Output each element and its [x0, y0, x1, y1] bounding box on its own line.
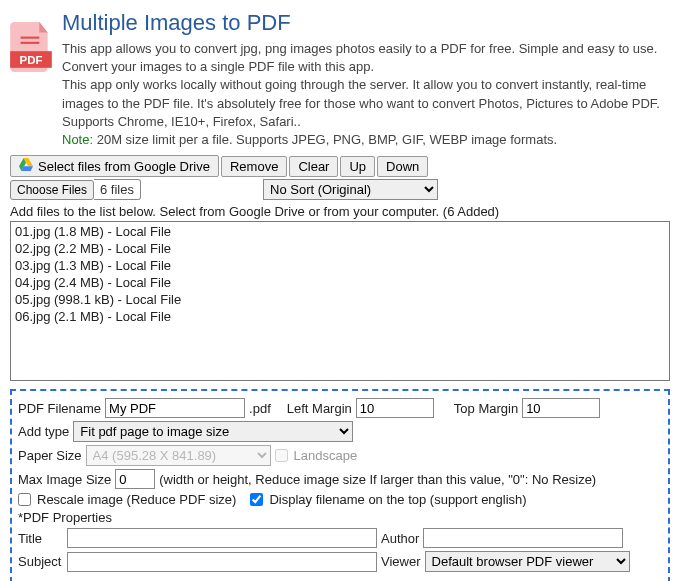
list-item[interactable]: 06.jpg (2.1 MB) - Local File: [15, 309, 665, 326]
title-input[interactable]: [67, 528, 377, 548]
page-title: Multiple Images to PDF: [62, 10, 670, 36]
svg-text:PDF: PDF: [20, 54, 43, 66]
papersize-label: Paper Size: [18, 448, 82, 463]
addtype-label: Add type: [18, 424, 69, 439]
viewer-label: Viewer: [381, 554, 421, 569]
displayfn-checkbox[interactable]: [250, 493, 263, 506]
displayfn-label: Display filename on the top (support eng…: [269, 492, 526, 507]
papersize-select: A4 (595.28 X 841.89): [86, 445, 271, 466]
rescale-label: Rescale image (Reduce PDF size): [37, 492, 236, 507]
list-item[interactable]: 03.jpg (1.3 MB) - Local File: [15, 258, 665, 275]
filename-label: PDF Filename: [18, 401, 101, 416]
landscape-label: Landscape: [294, 448, 358, 463]
file-list[interactable]: 01.jpg (1.8 MB) - Local File 02.jpg (2.2…: [10, 221, 670, 381]
clear-button[interactable]: Clear: [289, 156, 338, 177]
options-panel: PDF Filename .pdf Left Margin Top Margin…: [10, 389, 670, 581]
file-count: 6 files: [94, 179, 141, 200]
author-input[interactable]: [423, 528, 623, 548]
list-item[interactable]: 01.jpg (1.8 MB) - Local File: [15, 224, 665, 241]
instruction-text: Add files to the list below. Select from…: [10, 204, 670, 219]
maximg-label: Max Image Size: [18, 472, 111, 487]
svg-rect-0: [21, 37, 40, 39]
landscape-checkbox: [275, 449, 288, 462]
description-2: This app only works locally without goin…: [62, 77, 660, 128]
list-item[interactable]: 04.jpg (2.4 MB) - Local File: [15, 275, 665, 292]
up-button[interactable]: Up: [340, 156, 375, 177]
left-margin-input[interactable]: [356, 398, 434, 418]
list-item[interactable]: 05.jpg (998.1 kB) - Local File: [15, 292, 665, 309]
gdrive-icon: [19, 158, 33, 174]
author-label: Author: [381, 531, 419, 546]
props-label: *PDF Properties: [18, 510, 112, 525]
subject-input[interactable]: [67, 552, 377, 572]
maximg-hint: (width or height, Reduce image size If l…: [159, 472, 596, 487]
choose-files-button[interactable]: Choose Files: [10, 180, 94, 200]
title-label: Title: [18, 531, 63, 546]
note-label: Note:: [62, 132, 93, 147]
list-item[interactable]: 02.jpg (2.2 MB) - Local File: [15, 241, 665, 258]
filename-ext: .pdf: [249, 401, 271, 416]
addtype-select[interactable]: Fit pdf page to image size: [73, 421, 353, 442]
select-google-drive-button[interactable]: Select files from Google Drive: [10, 155, 219, 177]
filename-input[interactable]: [105, 398, 245, 418]
description-1: This app allows you to convert jpg, png …: [62, 41, 657, 74]
sort-select[interactable]: No Sort (Original): [263, 179, 438, 200]
left-margin-label: Left Margin: [287, 401, 352, 416]
pdf-icon: PDF: [10, 22, 52, 149]
svg-rect-1: [21, 42, 40, 44]
top-margin-input[interactable]: [522, 398, 600, 418]
top-margin-label: Top Margin: [454, 401, 518, 416]
subject-label: Subject: [18, 554, 63, 569]
rescale-checkbox[interactable]: [18, 493, 31, 506]
remove-button[interactable]: Remove: [221, 156, 287, 177]
maximg-input[interactable]: [115, 469, 155, 489]
viewer-select[interactable]: Default browser PDF viewer: [425, 551, 630, 572]
down-button[interactable]: Down: [377, 156, 428, 177]
gdrive-label: Select files from Google Drive: [38, 159, 210, 174]
note-text: 20M size limit per a file. Supports JPEG…: [93, 132, 557, 147]
